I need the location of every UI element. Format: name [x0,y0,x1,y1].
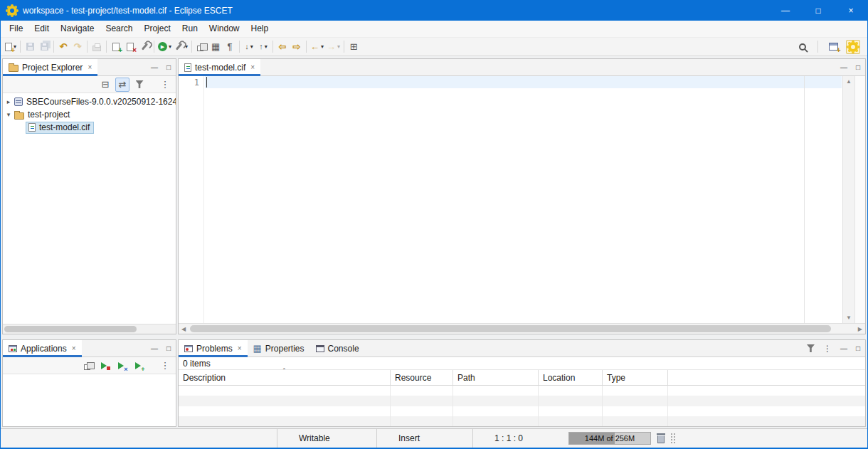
check-model-dropdown-icon[interactable]: ▾ [169,43,171,50]
open-perspective-button[interactable] [826,39,840,55]
next-edit-location-button[interactable]: ⇨ [290,39,304,55]
tab-problems[interactable]: Problems × [179,340,248,356]
editor-tabbar: test-model.cif × — □ [179,59,865,76]
print-button[interactable] [90,39,104,55]
tab-test-model-cif[interactable]: test-model.cif × [179,59,260,75]
minimize-view-button[interactable]: — [151,344,158,352]
scroll-down-icon[interactable]: ▼ [846,315,852,321]
editor-body[interactable]: 1 ▲ ▼ [179,76,865,323]
tree-item-test-model[interactable]: test-model.cif [3,121,176,134]
maximize-view-button[interactable]: □ [166,63,171,71]
twistie-expanded-icon[interactable]: ▾ [3,111,14,118]
next-annotation-button[interactable]: ↓ ▾ [242,39,256,55]
tab-properties[interactable]: ▦ Properties [248,340,310,356]
scroll-left-icon[interactable]: ◀ [181,326,186,332]
close-view-icon[interactable]: × [72,344,76,352]
undo-button[interactable]: ↶ [56,39,70,55]
external-tools-button[interactable]: ▾ [173,39,189,55]
column-type[interactable]: Type [603,370,668,385]
editor-area: test-model.cif × — □ 1 [178,58,866,334]
view-menu-icon[interactable]: ⋮ [823,344,832,354]
close-view-icon[interactable]: × [88,63,92,71]
twistie-collapsed-icon[interactable]: ▸ [3,98,14,105]
tab-console[interactable]: Console [310,340,365,356]
maximize-view-button[interactable]: □ [856,344,860,352]
search-button[interactable] [795,39,810,55]
check-model-button[interactable]: ▶ ▾ [157,39,173,55]
scroll-right-icon[interactable]: ▶ [858,326,862,332]
status-grip[interactable] [671,433,675,443]
open-new-editor-button[interactable]: ⊞ [346,39,361,55]
column-resource[interactable]: Resource [391,370,453,385]
close-editor-icon[interactable]: × [250,63,255,71]
view-menu-icon: ⋮ [161,361,170,370]
minimize-editor-button[interactable]: — [840,63,847,71]
menu-file[interactable]: File [4,21,28,37]
show-whitespace-button[interactable]: ¶ [223,39,237,55]
menu-project[interactable]: Project [138,21,176,37]
word-wrap-button[interactable] [194,39,208,55]
menu-help[interactable]: Help [245,21,275,37]
menu-search[interactable]: Search [100,21,138,37]
tab-applications[interactable]: Applications × [3,340,82,356]
editor-vscrollbar[interactable]: ▲ ▼ [842,76,854,323]
filter-icon[interactable] [807,344,815,352]
menu-navigate[interactable]: Navigate [55,21,100,37]
redo-button[interactable]: ↷ [70,39,85,55]
close-button[interactable]: × [835,1,867,21]
terminate-application-button[interactable] [98,359,112,373]
next-annotation-dropdown-icon[interactable]: ▾ [250,43,253,50]
link-with-editor-button[interactable]: ⇄ [115,78,129,92]
menu-run[interactable]: Run [176,21,203,37]
forward-button[interactable]: → ▾ [325,39,342,55]
tree-item-label: test-model.cif [39,122,90,132]
block-selection-button[interactable]: ▦ [208,39,223,55]
show-all-applications-button[interactable] [81,359,95,373]
tab-project-explorer[interactable]: Project Explorer × [3,59,97,75]
edit-button[interactable] [137,39,152,55]
minimize-view-button[interactable]: — [151,63,158,71]
filter-button[interactable] [132,78,147,92]
view-menu-button[interactable]: ⋮ [158,359,172,373]
editor-hscrollbar[interactable]: ◀ ▶ [179,323,865,334]
pilcrow-icon: ¶ [228,42,233,51]
column-path[interactable]: Path [453,370,539,385]
previous-annotation-dropdown-icon[interactable]: ▾ [265,43,268,50]
delete-button[interactable] [123,39,137,55]
hscrollbar-thumb[interactable] [190,325,831,332]
save-button[interactable] [23,39,37,55]
run-garbage-collector-button[interactable] [657,433,665,443]
hscrollbar-thumb[interactable] [4,326,137,332]
tree-item-sbecoursefiles[interactable]: ▸ SBECourseFiles-9.0.0.v20250912-16241 [3,95,176,108]
menu-edit[interactable]: Edit [28,21,55,37]
scroll-up-icon[interactable]: ▲ [846,78,852,85]
view-menu-button[interactable]: ⋮ [158,78,172,92]
minimize-button[interactable]: — [769,1,802,21]
last-edit-location-button[interactable]: ⇦ [275,39,290,55]
maximize-editor-button[interactable]: □ [856,63,860,71]
escet-perspective-button[interactable] [846,40,860,54]
previous-annotation-button[interactable]: ↑ ▾ [256,39,270,55]
remove-application-button[interactable] [115,359,129,373]
save-all-icon [41,43,48,51]
new-button[interactable]: ▾ [4,39,18,55]
view-controls: — □ [151,340,176,356]
back-dropdown-icon[interactable]: ▾ [321,43,324,50]
collapse-all-button[interactable]: ⊟ [98,78,112,92]
tree-item-test-project[interactable]: ▾ test-project [3,108,176,121]
project-explorer-hscrollbar[interactable] [3,324,176,334]
maximize-button[interactable]: □ [802,1,835,21]
close-view-icon[interactable]: × [238,344,242,352]
new-cif-file-button[interactable] [109,39,123,55]
menu-window[interactable]: Window [203,21,245,37]
selected-tree-item[interactable]: test-model.cif [26,122,94,134]
forward-dropdown-icon[interactable]: ▾ [337,43,340,50]
save-all-button[interactable] [37,39,51,55]
add-application-button[interactable] [132,359,147,373]
column-description[interactable]: ˆ Description [179,370,391,385]
back-button[interactable]: ← ▾ [309,39,325,55]
maximize-view-button[interactable]: □ [166,344,171,352]
minimize-view-button[interactable]: — [840,344,847,352]
search-icon [799,43,806,51]
column-location[interactable]: Location [539,370,603,385]
